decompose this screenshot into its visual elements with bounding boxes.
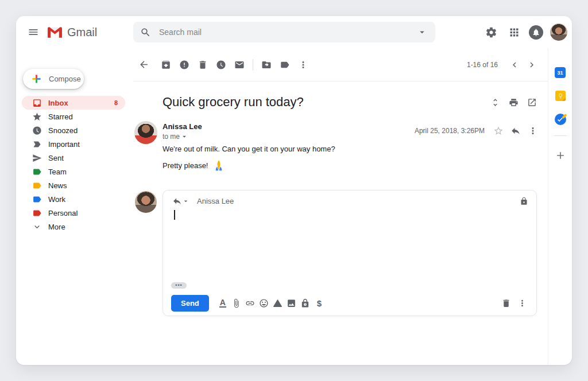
reply-compose-card: Anissa Lee ••• Send A $ — [163, 190, 537, 316]
sidebar-item-label: Team — [48, 168, 67, 176]
user-avatar[interactable] — [550, 24, 567, 41]
sender-avatar[interactable] — [134, 121, 157, 144]
more-options-icon[interactable] — [514, 296, 529, 310]
keep-notes-icon[interactable] — [555, 91, 566, 101]
formatting-toolbar: A $ — [211, 296, 326, 310]
more-options-icon[interactable] — [295, 57, 311, 73]
insert-from-drive-icon[interactable] — [271, 296, 285, 310]
expand-all-icon[interactable] — [488, 95, 502, 110]
multicolor-plus-icon — [32, 74, 41, 84]
reply-type-dropdown[interactable] — [172, 196, 189, 206]
gmail-m-icon — [47, 26, 63, 38]
search-input[interactable] — [158, 27, 415, 37]
more-options-icon[interactable] — [525, 123, 540, 138]
app-title: Gmail — [67, 26, 97, 39]
request-money-icon[interactable]: $ — [312, 296, 326, 310]
back-arrow-icon[interactable] — [136, 57, 152, 73]
pagination-label: 1-16 of 16 — [467, 61, 498, 69]
recipient-dropdown[interactable]: to me — [163, 133, 202, 141]
snooze-clock-icon[interactable] — [213, 57, 229, 73]
tasks-icon[interactable] — [555, 114, 566, 125]
calendar-icon[interactable]: 31 — [555, 67, 566, 78]
open-in-new-icon[interactable] — [524, 95, 539, 110]
sidebar-item-label: Personal — [48, 209, 78, 217]
left-sidebar: Compose Inbox 8 Starred Snoozed Importan… — [16, 48, 133, 365]
attach-file-icon[interactable] — [230, 296, 243, 310]
email-body-line: Pretty please! — [163, 159, 225, 172]
sidebar-item-more[interactable]: More — [22, 220, 125, 234]
move-to-folder-icon[interactable] — [258, 57, 274, 73]
insert-photo-icon[interactable] — [285, 296, 299, 310]
sidebar-item-label: Sent — [48, 154, 64, 162]
sidebar-item-important[interactable]: Important — [22, 137, 125, 151]
label-tag-icon — [32, 166, 42, 177]
sidebar-item-label: Work — [48, 195, 65, 204]
dollar-glyph: $ — [317, 298, 322, 308]
sender-info: Anissa Lee to me — [163, 122, 202, 141]
email-body-text: Pretty please! — [163, 161, 208, 170]
sender-name: Anissa Lee — [163, 122, 202, 131]
print-icon[interactable] — [506, 95, 521, 110]
main-content: 1-16 of 16 Quick grocery run today? Anis… — [133, 48, 548, 365]
reply-icon[interactable] — [508, 123, 523, 138]
search-icon — [140, 27, 151, 38]
email-body-line: We're out of milk. Can you get it on you… — [163, 145, 335, 153]
tasks-pencil-accent — [562, 114, 567, 119]
gmail-logo[interactable]: Gmail — [47, 26, 97, 39]
insert-emoji-icon[interactable] — [257, 296, 271, 310]
chevron-down-icon — [32, 221, 42, 232]
main-menu-icon[interactable] — [25, 24, 41, 40]
important-marker-icon — [32, 139, 42, 149]
notifications-bell-icon[interactable] — [529, 25, 543, 40]
reply-icon — [172, 196, 182, 206]
insert-link-icon[interactable] — [243, 296, 257, 310]
sidebar-item-starred[interactable]: Starred — [22, 110, 125, 123]
add-panel-app-button[interactable] — [555, 150, 566, 161]
plus-icon — [555, 150, 566, 161]
label-tag-icon — [32, 180, 42, 190]
search-bar[interactable] — [133, 22, 435, 42]
sidebar-item-sent[interactable]: Sent — [22, 151, 125, 165]
reply-header: Anissa Lee — [172, 196, 528, 206]
bulb-glyph — [558, 93, 563, 99]
sidebar-nav: Inbox 8 Starred Snoozed Important Sent — [16, 96, 133, 234]
discard-draft-trash-icon[interactable] — [498, 296, 513, 310]
report-spam-icon[interactable] — [176, 57, 192, 73]
sidebar-item-personal[interactable]: Personal — [22, 206, 125, 220]
sidebar-item-team[interactable]: Team — [22, 165, 125, 178]
confidential-mode-icon[interactable] — [299, 296, 312, 310]
reply-body-input[interactable] — [172, 208, 527, 277]
send-button[interactable]: Send — [171, 295, 209, 312]
sidebar-item-label: Starred — [48, 112, 73, 121]
sidebar-item-snoozed[interactable]: Snoozed — [22, 123, 125, 137]
compose-button[interactable]: Compose — [23, 69, 84, 89]
formatting-options-icon[interactable]: A — [216, 296, 230, 310]
label-tag-icon — [32, 194, 42, 204]
gmail-window: Gmail — [16, 16, 572, 365]
show-trimmed-content-button[interactable]: ••• — [171, 282, 187, 289]
reply-recipient[interactable]: Anissa Lee — [197, 197, 234, 205]
sidebar-item-inbox[interactable]: Inbox 8 — [22, 96, 125, 110]
sidebar-item-news[interactable]: News — [22, 178, 125, 192]
delete-icon[interactable] — [195, 57, 211, 73]
subject-actions — [488, 95, 539, 110]
reply-author-avatar[interactable] — [135, 191, 157, 213]
star-outline-icon[interactable] — [491, 123, 506, 138]
apps-grid-icon[interactable] — [506, 24, 522, 40]
sidebar-item-work[interactable]: Work — [22, 192, 125, 206]
mark-unread-icon[interactable] — [231, 57, 247, 73]
sidebar-item-label: Snoozed — [48, 126, 78, 135]
compose-label: Compose — [49, 75, 81, 83]
archive-icon[interactable] — [158, 57, 174, 73]
older-chevron-right-icon[interactable] — [524, 57, 539, 72]
labels-icon[interactable] — [277, 57, 293, 73]
message-date: April 25, 2018, 3:26PM — [415, 127, 485, 135]
panel-divider — [554, 135, 567, 136]
star-icon — [32, 111, 42, 122]
email-subject: Quick grocery run today? — [163, 95, 304, 110]
subject-row: Quick grocery run today? — [133, 90, 548, 115]
settings-gear-icon[interactable] — [483, 24, 499, 40]
newer-chevron-left-icon[interactable] — [507, 57, 522, 72]
search-options-dropdown-icon[interactable] — [415, 25, 430, 40]
to-me-label: to me — [163, 133, 180, 141]
